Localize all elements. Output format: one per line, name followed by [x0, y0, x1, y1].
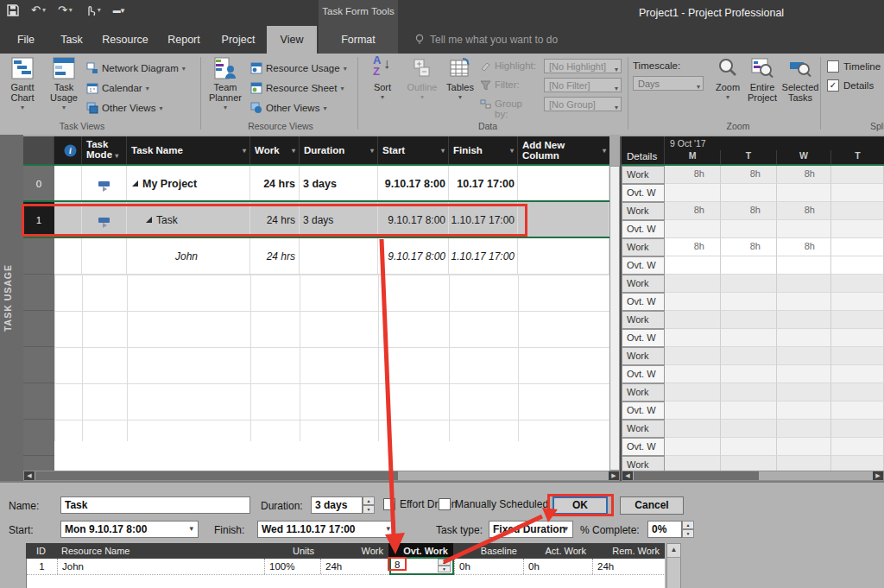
detail-row-label[interactable]: Work [622, 420, 665, 438]
table-row-assignment[interactable]: John 24 hrs 9.10.17 8:00 1.10.17 17:00 [54, 238, 609, 275]
task-name-input[interactable]: Task [60, 496, 250, 514]
timephased-cell[interactable] [777, 365, 831, 383]
timephased-cell[interactable] [831, 456, 884, 471]
timeline-checkbox[interactable]: Timeline [827, 60, 881, 73]
undo-button[interactable]: ↶▾ [31, 3, 46, 16]
timephased-cell[interactable] [665, 365, 721, 383]
column-header-task-name[interactable]: Task Name▾ [127, 136, 250, 164]
timephased-cell[interactable] [777, 383, 831, 401]
percent-complete-spinner[interactable]: ▲▼ [682, 521, 694, 538]
column-header-info[interactable]: i [54, 136, 82, 164]
timephased-cell[interactable] [721, 220, 777, 238]
timephased-cell[interactable] [831, 438, 884, 456]
table-row-selected[interactable]: Task 24 hrs 3 days 9.10.17 8:00 1.10.17 … [54, 202, 609, 238]
timephased-cell[interactable] [831, 365, 884, 383]
timephased-cell[interactable] [831, 220, 884, 238]
grid-header-units[interactable]: Units [263, 543, 319, 559]
timephased-cell[interactable] [665, 456, 721, 471]
detail-row-label[interactable]: Ovt. W [622, 220, 665, 238]
detail-row-label[interactable]: Work [622, 166, 665, 184]
timephased-cell[interactable] [777, 456, 831, 471]
tab-view[interactable]: View [267, 26, 317, 54]
timephased-cell[interactable]: 8h [665, 202, 721, 220]
team-planner-button[interactable]: Team Planner▾ [205, 57, 245, 119]
timephased-cell[interactable] [665, 347, 721, 365]
scroll-left-arrow[interactable]: ◀ [24, 471, 35, 480]
timephased-cell[interactable] [721, 456, 777, 471]
column-header-task-mode[interactable]: TaskMode ▾ [82, 136, 127, 164]
timephased-cell[interactable] [831, 184, 884, 202]
timephased-cell[interactable] [831, 311, 884, 329]
touch-mouse-mode-button[interactable]: ▾ [85, 4, 101, 16]
redo-button[interactable]: ↷▾ [58, 3, 73, 16]
duration-spinner[interactable]: ▲▼ [363, 496, 375, 514]
timephased-cell[interactable] [665, 438, 721, 456]
row-number-1[interactable]: 1 [23, 202, 54, 238]
column-header-work[interactable]: Work▾ [250, 136, 300, 164]
timephased-cell[interactable] [831, 401, 884, 420]
grid-cell-act-work[interactable]: 0h [523, 559, 592, 574]
scroll-up-arrow[interactable]: ▲ [667, 544, 680, 558]
timephased-cell[interactable] [665, 383, 721, 401]
customize-quick-access-toolbar-button[interactable]: ▬▾ [113, 6, 125, 15]
grid-cell-rem-work[interactable]: 24h [592, 559, 666, 574]
row-number-0[interactable]: 0 [23, 166, 54, 202]
column-header-duration[interactable]: Duration▾ [300, 136, 378, 164]
timephased-cell[interactable] [721, 365, 777, 383]
duration-input[interactable]: 3 days [311, 496, 363, 514]
timephased-cell[interactable] [721, 293, 777, 311]
timephased-cell[interactable] [665, 275, 721, 293]
manually-scheduled-checkbox[interactable]: Manually Scheduled [439, 498, 548, 510]
detail-row-label[interactable]: Work [622, 275, 665, 293]
column-header-start[interactable]: Start▾ [378, 136, 449, 164]
tab-project[interactable]: Project [213, 26, 263, 54]
timephased-cell[interactable] [665, 184, 721, 202]
ovt-work-spinner[interactable]: ▲▼ [438, 559, 451, 572]
scroll-right-arrow[interactable]: ▶ [609, 471, 619, 480]
timephased-cell[interactable] [721, 184, 777, 202]
detail-row-label[interactable]: Work [622, 238, 665, 256]
finish-dropdown[interactable]: Wed 11.10.17 17:00▾ [257, 521, 395, 538]
resource-sheet-button[interactable]: Resource Sheet▾ [250, 80, 344, 96]
tab-report[interactable]: Report [159, 26, 209, 54]
timephased-cell[interactable]: 8h [721, 238, 777, 256]
timephased-cell[interactable] [665, 311, 721, 329]
grid-header-resource-name[interactable]: Resource Name [56, 543, 263, 559]
timephased-cell[interactable]: 8h [777, 238, 831, 256]
detail-row-label[interactable]: Work [622, 347, 665, 365]
timephased-cell[interactable] [777, 184, 831, 202]
day-header-wednesday[interactable]: W [777, 150, 831, 164]
details-checkbox[interactable]: ✓ Details [827, 79, 874, 92]
detail-row-label[interactable]: Ovt. W [622, 329, 665, 347]
detail-row-label[interactable]: Ovt. W [622, 184, 665, 202]
timephased-cell[interactable] [831, 238, 884, 256]
details-column-header[interactable]: Details [622, 136, 665, 164]
resource-grid-scrollbar[interactable]: ▲ [666, 543, 681, 588]
timephased-cell[interactable] [665, 329, 721, 347]
cancel-button[interactable]: Cancel [620, 496, 684, 515]
select-all-corner[interactable] [23, 136, 54, 166]
timephased-cell[interactable] [777, 347, 831, 365]
grid-header-baseline-work[interactable]: Baseline Work [453, 543, 522, 559]
percent-complete-input[interactable]: 0% [647, 521, 682, 538]
scroll-right-arrow[interactable]: ▶ [873, 471, 883, 480]
timephased-cell[interactable] [665, 420, 721, 438]
tab-task[interactable]: Task [52, 26, 92, 54]
timephased-cell[interactable]: 8h [665, 166, 721, 184]
timephased-cell[interactable] [721, 438, 777, 456]
table-vertical-scrollbar[interactable] [609, 166, 620, 471]
timephased-cell[interactable] [665, 401, 721, 420]
day-header-tuesday[interactable]: T [721, 150, 777, 164]
detail-row-label[interactable]: Ovt. W [622, 256, 665, 275]
scrollbar-thumb[interactable] [634, 471, 759, 480]
timephased-cell[interactable] [777, 329, 831, 347]
detail-row-label[interactable]: Work [622, 202, 665, 220]
ovt-work-edit-cell[interactable]: 8 ▲▼ [389, 557, 454, 575]
column-header-add-new-column[interactable]: Add New Column▾ [518, 136, 609, 164]
column-header-finish[interactable]: Finish▾ [449, 136, 518, 164]
timephased-cell[interactable] [665, 256, 721, 275]
filter-dropdown[interactable]: [No Filter]▾ [544, 78, 622, 92]
timephased-cell[interactable]: 8h [665, 238, 721, 256]
network-diagram-button[interactable]: Network Diagram▾ [86, 60, 186, 76]
detail-row-label[interactable]: Ovt. W [622, 401, 665, 420]
